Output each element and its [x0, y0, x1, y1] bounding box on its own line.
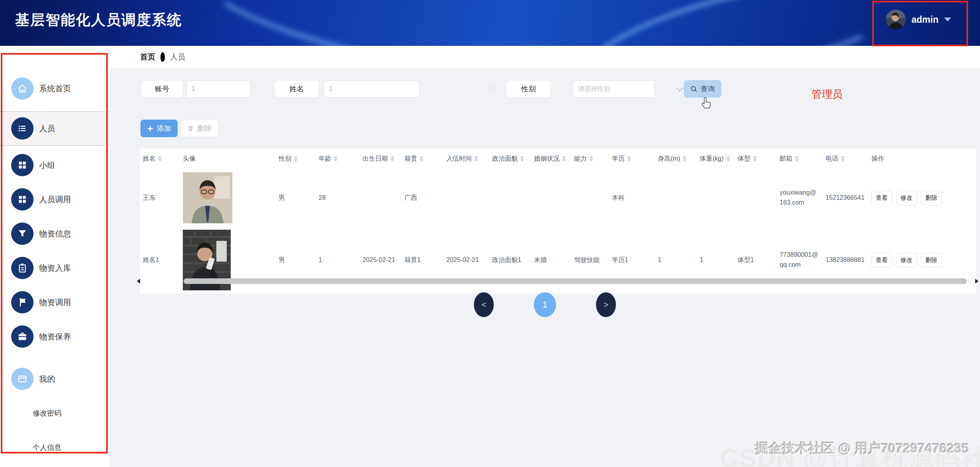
current-page-button[interactable]: 1	[534, 292, 556, 317]
sort-caret-icon[interactable]	[726, 156, 730, 162]
sort-caret-icon[interactable]	[390, 156, 394, 162]
sort-caret-icon[interactable]	[683, 156, 687, 162]
table-row: 王东	[140, 169, 976, 227]
cell-enlist-time	[443, 169, 489, 227]
view-button[interactable]: 查看	[871, 191, 892, 205]
table-header-row: 姓名 头像 性别 年龄 出生日期 籍贯 入伍时间 政治面貌 婚姻状况 能力 学历…	[140, 148, 976, 169]
gender-label: 性别	[506, 80, 551, 98]
sidebar-item-label: 系统首页	[39, 83, 71, 94]
col-email: 邮箱	[776, 148, 822, 169]
user-menu[interactable]: admin	[886, 10, 951, 30]
sort-caret-icon[interactable]	[294, 156, 298, 162]
edit-button[interactable]: 修改	[896, 191, 917, 205]
clear-icon[interactable]	[489, 85, 497, 93]
sort-caret-icon[interactable]	[795, 156, 799, 162]
sidebar: 系统首页 人员 小组	[0, 46, 110, 467]
row-delete-button[interactable]: 删除	[921, 191, 942, 205]
sidebar-item-material-info[interactable]: 物资信息	[0, 217, 110, 251]
chevron-down-icon[interactable]	[677, 85, 683, 92]
col-height: 身高(m)	[655, 148, 697, 169]
gender-select[interactable]	[573, 80, 655, 98]
sort-caret-icon[interactable]	[420, 156, 424, 162]
sidebar-item-change-password[interactable]: 修改密码	[0, 396, 110, 430]
search-button-label: 查询	[701, 84, 715, 94]
cell-avatar	[180, 169, 275, 227]
sidebar-item-material-inbound[interactable]: 物资入库	[0, 251, 110, 285]
col-birth-date: 出生日期	[359, 148, 401, 169]
sort-caret-icon[interactable]	[334, 156, 338, 162]
top-header: 基层智能化人员调度系统 admin	[0, 0, 980, 46]
sidebar-item-label: 物资调用	[39, 297, 71, 308]
delete-button[interactable]: 删除	[180, 120, 218, 137]
sort-caret-icon[interactable]	[562, 156, 566, 162]
name-input[interactable]	[324, 80, 420, 98]
cell-weight	[697, 169, 735, 227]
col-weight: 体重(kg)	[697, 148, 735, 169]
sidebar-item-material-maintenance[interactable]: 物资保养	[0, 319, 110, 354]
breadcrumb-current: 人员	[170, 52, 185, 62]
cell-email: youxiwang@163.com	[776, 169, 822, 227]
search-button[interactable]: 查询	[684, 80, 721, 98]
cell-body-type	[735, 169, 776, 227]
main-content: 首页 人员 账号 姓名 性别 查询 管理员 添	[110, 46, 980, 467]
sort-caret-icon[interactable]	[520, 156, 524, 162]
personnel-table: 姓名 头像 性别 年龄 出生日期 籍贯 入伍时间 政治面貌 婚姻状况 能力 学历…	[140, 148, 976, 294]
sort-caret-icon[interactable]	[753, 156, 757, 162]
cell-actions: 查看修改删除	[868, 169, 976, 227]
sidebar-item-home[interactable]: 系统首页	[0, 71, 110, 106]
sidebar-item-personnel[interactable]: 人员	[0, 111, 110, 146]
search-icon	[690, 85, 697, 93]
col-hometown: 籍贯	[401, 148, 443, 169]
app-root: 基层智能化人员调度系统 admin 系统首页	[0, 0, 980, 467]
cell-height	[655, 169, 697, 227]
prev-page-button[interactable]: <	[474, 292, 494, 317]
sort-caret-icon[interactable]	[474, 156, 478, 162]
sort-caret-icon[interactable]	[841, 156, 845, 162]
funnel-icon	[11, 223, 34, 245]
sidebar-item-material-dispatch[interactable]: 物资调用	[0, 285, 110, 319]
sidebar-item-personal-info[interactable]: 个人信息	[0, 430, 110, 465]
list-icon	[11, 117, 34, 140]
header-swoosh-decoration	[162, 0, 932, 46]
next-page-button[interactable]: >	[596, 292, 616, 317]
account-input[interactable]	[186, 80, 250, 98]
sort-caret-icon[interactable]	[158, 156, 162, 162]
col-body-type: 体型	[735, 148, 776, 169]
sidebar-item-mine[interactable]: 我的	[0, 362, 110, 396]
add-button-label: 添加	[157, 124, 171, 133]
row-delete-button[interactable]: 删除	[921, 253, 942, 268]
grid-icon	[11, 188, 34, 211]
sidebar-item-groups[interactable]: 小组	[0, 148, 110, 182]
cell-phone: 15212366541	[822, 169, 868, 227]
sidebar-item-label: 人员调用	[39, 194, 71, 205]
cell-hometown: 广西	[401, 169, 443, 227]
horizontal-scrollbar	[140, 278, 976, 284]
edit-button[interactable]: 修改	[896, 253, 917, 268]
user-avatar[interactable]	[886, 10, 906, 30]
cell-political-status	[489, 169, 531, 227]
sort-caret-icon[interactable]	[627, 156, 631, 162]
plus-icon	[147, 125, 154, 132]
horizontal-scrollbar-thumb[interactable]	[184, 278, 967, 284]
col-age: 年龄	[315, 148, 359, 169]
cell-marital-status	[531, 169, 571, 227]
breadcrumb-home[interactable]: 首页	[140, 52, 155, 62]
chevron-down-icon[interactable]	[944, 18, 951, 22]
scroll-right-icon[interactable]	[975, 279, 978, 284]
view-button[interactable]: 查看	[871, 253, 892, 268]
col-avatar: 头像	[180, 148, 275, 169]
cell-name: 王东	[140, 169, 180, 227]
user-name[interactable]: admin	[911, 14, 938, 25]
sort-caret-icon[interactable]	[589, 156, 593, 162]
name-label: 姓名	[274, 80, 319, 98]
grid-icon	[11, 154, 34, 176]
sidebar-item-label: 我的	[39, 374, 55, 384]
briefcase-icon	[11, 325, 34, 348]
add-button[interactable]: 添加	[141, 120, 178, 137]
sidebar-item-personnel-dispatch[interactable]: 人员调用	[0, 182, 110, 217]
cell-birth-date	[359, 169, 401, 227]
col-gender: 性别	[275, 148, 315, 169]
col-phone: 电话	[822, 148, 868, 169]
sidebar-item-label: 物资入库	[39, 263, 71, 274]
home-icon	[11, 77, 34, 100]
